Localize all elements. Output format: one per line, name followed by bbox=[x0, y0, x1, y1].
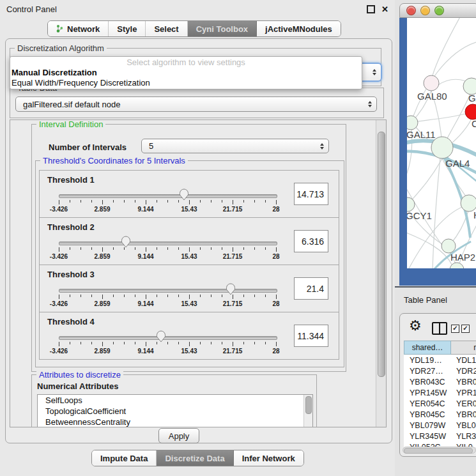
tab-jactivemnodules[interactable]: jActiveMNodules bbox=[257, 21, 341, 36]
slider[interactable] bbox=[59, 283, 276, 296]
slider-thumb[interactable] bbox=[156, 330, 165, 342]
tick-label: -3.426 bbox=[50, 206, 68, 213]
table-row[interactable]: YBL079WYBL0 bbox=[404, 420, 476, 431]
network-canvas[interactable]: GAL80GACGAL11GAL4GCY1HHAP2 bbox=[407, 18, 476, 268]
network-edge[interactable] bbox=[444, 94, 470, 145]
table-row[interactable]: YER054CYER0 bbox=[404, 398, 476, 409]
table-row[interactable]: YDR27…YDR2 bbox=[404, 365, 476, 376]
close-traffic-light[interactable] bbox=[406, 6, 416, 15]
tab-network[interactable]: Network bbox=[48, 21, 109, 36]
tick-label: 21.715 bbox=[223, 348, 243, 355]
gear-icon[interactable]: ⚙ bbox=[409, 318, 422, 334]
tick-label: 9.144 bbox=[137, 206, 153, 213]
table-data-value: galFiltered.sif default node bbox=[23, 100, 120, 109]
list-scrollbar[interactable] bbox=[303, 395, 312, 427]
network-node-gal4[interactable] bbox=[431, 137, 453, 158]
network-edge[interactable] bbox=[413, 114, 466, 122]
tab-style[interactable]: Style bbox=[109, 21, 146, 36]
tab-cyni-toolbox[interactable]: Cyni Toolbox bbox=[188, 21, 257, 36]
attributes-group: Attributes to discretize Numerical Attri… bbox=[31, 374, 317, 427]
tick-label: 21.715 bbox=[223, 300, 243, 307]
column-header-shared-name[interactable]: shared… bbox=[404, 341, 451, 355]
table-panel: ⚙✓✓ shared… n YDL19…YDL1YDR27…YDR2YBR043… bbox=[399, 313, 476, 457]
tick-label: 21.715 bbox=[223, 206, 243, 213]
network-node-c[interactable] bbox=[465, 104, 476, 119]
table-row[interactable]: YBR043CYBR0 bbox=[404, 376, 476, 387]
apply-button[interactable]: Apply bbox=[158, 428, 199, 443]
number-of-intervals-value: 5 bbox=[149, 141, 153, 151]
network-node-gcy1[interactable] bbox=[407, 197, 415, 211]
threshold-label: Threshold 3 bbox=[47, 270, 95, 279]
tick-label: 15.43 bbox=[181, 206, 197, 213]
tab-label: Impute Data bbox=[100, 454, 148, 463]
close-icon[interactable]: ✕ bbox=[381, 4, 388, 14]
float-window-icon[interactable] bbox=[367, 5, 375, 13]
table-data-group: Table Data galFiltered.sif default node bbox=[10, 88, 384, 118]
attributes-listbox[interactable]: SelfLoopsTopologicalCoefficientBetweenne… bbox=[37, 394, 313, 427]
network-node-gal11[interactable] bbox=[407, 116, 418, 130]
threshold-label: Threshold 2 bbox=[47, 222, 95, 232]
cell-name: YBR0 bbox=[451, 378, 476, 387]
tab-discretize-data[interactable]: Discretize Data bbox=[157, 450, 233, 466]
column-header-name[interactable]: n bbox=[451, 341, 476, 355]
list-item-selfloops[interactable]: SelfLoops bbox=[38, 395, 312, 406]
slider-thumb[interactable] bbox=[226, 283, 235, 295]
scrollbar-thumb[interactable] bbox=[378, 132, 385, 377]
network-window-titlebar[interactable] bbox=[399, 3, 476, 18]
list-item-topologicalcoefficient[interactable]: TopologicalCoefficient bbox=[38, 406, 312, 417]
tab-select[interactable]: Select bbox=[146, 21, 187, 36]
slider[interactable] bbox=[59, 236, 276, 249]
numerical-attributes-label: Numerical Attributes bbox=[37, 381, 118, 391]
network-node-hap2[interactable] bbox=[441, 239, 456, 253]
list-item-betweennesscentrality[interactable]: BetweennessCentrality bbox=[38, 417, 312, 427]
zoom-traffic-light[interactable] bbox=[434, 6, 444, 15]
tick-label: 2.859 bbox=[94, 206, 110, 213]
tab-label: Discretize Data bbox=[165, 454, 224, 463]
combo-spinner-icon bbox=[320, 143, 324, 150]
network-node[interactable] bbox=[450, 263, 464, 268]
tab-label: Cyni Toolbox bbox=[196, 24, 248, 34]
slider-thumb[interactable] bbox=[180, 188, 189, 201]
table-row[interactable]: YDL19…YDL1 bbox=[404, 355, 476, 365]
network-icon bbox=[56, 24, 63, 33]
table-data-combobox[interactable]: galFiltered.sif default node bbox=[15, 96, 377, 112]
threshold-value-field[interactable]: 11.344 bbox=[294, 325, 328, 347]
tick-label: 28 bbox=[272, 206, 279, 213]
tab-label: jActiveMNodules bbox=[265, 24, 332, 34]
split-view-icon[interactable] bbox=[432, 322, 447, 335]
tab-infer-network[interactable]: Infer Network bbox=[234, 450, 303, 466]
tab-impute-data[interactable]: Impute Data bbox=[92, 450, 157, 466]
table-row[interactable]: YPR145WYPR1 bbox=[404, 387, 476, 398]
panel-title: Control Panel bbox=[6, 4, 367, 14]
checkbox-checked-icon[interactable]: ✓ bbox=[461, 325, 470, 333]
network-edge[interactable] bbox=[433, 158, 440, 268]
network-window-frame: GAL80GACGAL11GAL4GCY1HHAP2 bbox=[399, 18, 476, 286]
algorithm-option-equal-width-frequency-discretization[interactable]: Equal Width/Frequency Discretization bbox=[10, 78, 362, 88]
tab-label: Select bbox=[154, 24, 178, 34]
slider[interactable] bbox=[59, 188, 276, 201]
scrollbar-thumb[interactable] bbox=[404, 448, 473, 454]
slider-thumb[interactable] bbox=[121, 236, 131, 248]
threshold-value-field[interactable]: 6.316 bbox=[294, 230, 328, 252]
network-node-label: GCY1 bbox=[407, 210, 432, 221]
cell-name: YLR3 bbox=[451, 432, 476, 441]
threshold-value-field[interactable]: 14.713 bbox=[294, 183, 328, 205]
checkbox-checked-icon[interactable]: ✓ bbox=[451, 325, 459, 333]
minimize-traffic-light[interactable] bbox=[420, 6, 430, 15]
tick-label: 2.859 bbox=[94, 348, 110, 355]
horizontal-scrollbar[interactable] bbox=[403, 447, 476, 454]
table-row[interactable]: YBR045CYBR0 bbox=[404, 409, 476, 420]
network-edge[interactable] bbox=[433, 18, 461, 75]
algorithm-option-manual-discretization[interactable]: Manual Discretization bbox=[10, 68, 362, 78]
number-of-intervals-combobox[interactable]: 5 bbox=[141, 139, 329, 153]
network-edge[interactable] bbox=[409, 158, 442, 203]
threshold-value-field[interactable]: 21.4 bbox=[294, 277, 328, 300]
cell-shared-name: YBR045C bbox=[404, 410, 451, 419]
cell-name: YBR0 bbox=[451, 410, 476, 419]
viewport-scrollbar[interactable] bbox=[376, 120, 386, 427]
slider[interactable] bbox=[59, 330, 276, 343]
network-node-label: GAL4 bbox=[445, 158, 470, 169]
table-row[interactable]: YLR345WYLR3 bbox=[404, 431, 476, 441]
threshold-panel-threshold-4: Threshold 4-3.4262.8599.14415.4321.71528… bbox=[39, 312, 339, 360]
network-node-gal80[interactable] bbox=[424, 75, 439, 91]
